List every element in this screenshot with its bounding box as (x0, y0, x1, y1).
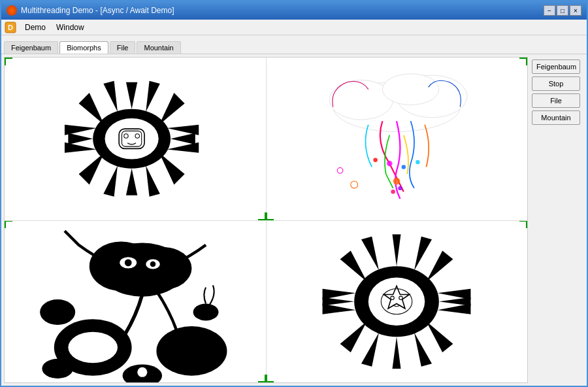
menu-bar: D Demo Window (1, 20, 587, 35)
tab-mountain[interactable]: Mountain (137, 41, 180, 54)
app-icon (7, 5, 17, 16)
quadrant-top-right (266, 58, 527, 220)
title-bar-controls: − □ × (544, 5, 581, 16)
title-bar-left: Multithreading Demo - [Async / Await Dem… (7, 5, 174, 16)
corner-arrow-br-tr (519, 220, 527, 228)
corner-arrow-br (258, 212, 266, 220)
corner-arrow-bl-tl (5, 220, 12, 228)
tab-bar: Feigenbaum Biomorphs File Mountain (1, 35, 587, 54)
maximize-button[interactable]: □ (557, 5, 568, 16)
svg-point-49 (150, 261, 156, 267)
quadrant-top-left (5, 58, 266, 220)
svg-point-52 (40, 299, 75, 325)
svg-point-32 (373, 158, 377, 161)
window-title: Multithreading Demo - [Async / Await Dem… (21, 6, 174, 15)
quadrant-bottom-left (5, 220, 266, 383)
svg-point-35 (391, 190, 395, 194)
svg-point-45 (135, 247, 191, 290)
menu-demo[interactable]: Demo (20, 22, 51, 33)
svg-point-29 (382, 74, 438, 105)
main-content: Feigenbaum Stop File Mountain (1, 54, 587, 386)
close-button[interactable]: × (570, 5, 581, 16)
minimize-button[interactable]: − (544, 5, 555, 16)
file-button[interactable]: File (532, 93, 580, 108)
svg-point-57 (137, 367, 147, 377)
stop-button[interactable]: Stop (532, 76, 580, 91)
corner-arrow-tr (519, 58, 527, 65)
tab-file[interactable]: File (110, 41, 136, 54)
corner-arrow-tl (5, 58, 12, 65)
svg-point-48 (125, 259, 132, 266)
canvas-area (4, 57, 528, 383)
svg-point-36 (398, 186, 402, 190)
svg-point-53 (193, 303, 219, 320)
corner-arrow-bl-br (258, 375, 266, 382)
menu-window[interactable]: Window (51, 22, 90, 33)
corner-arrow-br-bl (266, 375, 274, 382)
svg-text:D: D (8, 24, 13, 31)
svg-point-51 (156, 326, 227, 376)
svg-point-30 (387, 161, 393, 167)
svg-point-20 (105, 118, 159, 160)
svg-point-31 (402, 165, 406, 169)
tab-feigenbaum[interactable]: Feigenbaum (4, 41, 58, 54)
quadrant-bottom-right (266, 220, 527, 383)
side-panel: Feigenbaum Stop File Mountain (532, 57, 584, 383)
feigenbaum-button[interactable]: Feigenbaum (532, 59, 580, 74)
menu-app-icon: D (4, 22, 17, 33)
svg-point-55 (42, 358, 73, 378)
title-bar: Multithreading Demo - [Async / Await Dem… (1, 1, 587, 20)
main-window: Multithreading Demo - [Async / Await Dem… (0, 0, 588, 387)
tab-biomorphs[interactable]: Biomorphs (59, 41, 108, 54)
mountain-button[interactable]: Mountain (532, 110, 580, 125)
svg-point-33 (416, 160, 419, 164)
corner-arrow-bl (266, 212, 274, 220)
svg-point-34 (393, 178, 400, 185)
